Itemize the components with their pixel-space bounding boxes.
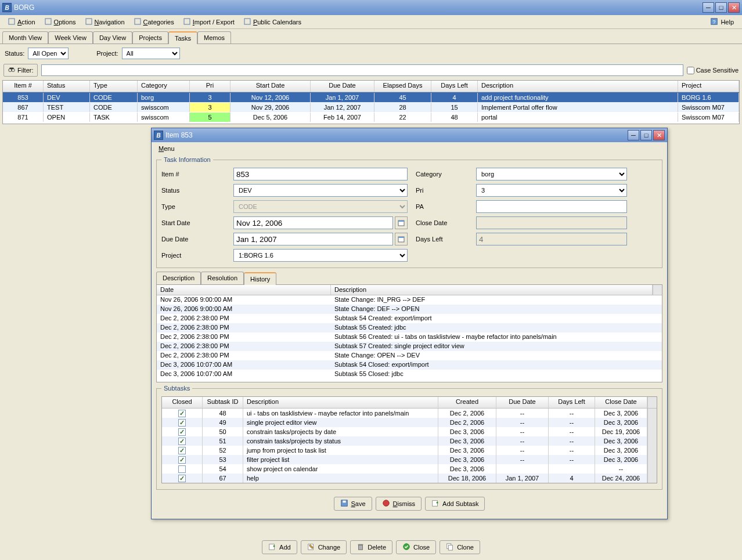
- grid-row[interactable]: 867TESTCODEswisscom3Nov 29, 2006Jan 12, …: [3, 102, 739, 112]
- subtask-closed-checkbox[interactable]: ✓: [178, 438, 186, 445]
- save-button[interactable]: Save: [334, 497, 372, 511]
- tab-month-view[interactable]: Month View: [2, 31, 48, 44]
- start-date-input[interactable]: [233, 216, 393, 229]
- subtask-scrollbar[interactable]: [647, 397, 657, 408]
- dialog-minimize-button[interactable]: ─: [628, 130, 639, 140]
- menu-options[interactable]: Options: [40, 17, 81, 27]
- subtask-col-header[interactable]: Days Left: [549, 397, 595, 408]
- change-button[interactable]: Change: [301, 540, 347, 554]
- project-select-dlg[interactable]: 1:BORG 1.6: [233, 249, 408, 262]
- due-calendar-button[interactable]: [395, 233, 408, 245]
- subtask-row[interactable]: ✓52jump from project to task listDec 3, …: [162, 446, 657, 455]
- menu-navigation[interactable]: Navigation: [81, 17, 129, 27]
- filter-button[interactable]: Filter:: [3, 64, 38, 77]
- menu-icon: [134, 18, 141, 26]
- tab-projects[interactable]: Projects: [132, 31, 168, 44]
- start-calendar-button[interactable]: [395, 216, 408, 229]
- add-button[interactable]: Add: [262, 540, 297, 554]
- history-row[interactable]: Nov 26, 2006 9:00:00 AMState Change: IN_…: [157, 295, 662, 305]
- grid-col-header[interactable]: Start Date: [230, 81, 311, 92]
- subtask-closed-checkbox[interactable]: [178, 465, 186, 473]
- grid-col-header[interactable]: Status: [44, 81, 90, 92]
- grid-col-header[interactable]: Description: [478, 81, 678, 92]
- history-row[interactable]: Nov 26, 2006 9:00:00 AMState Change: DEF…: [157, 305, 662, 314]
- grid-row[interactable]: 871OPENTASKswisscom5Dec 5, 2006Feb 14, 2…: [3, 112, 739, 122]
- history-row[interactable]: Dec 2, 2006 2:38:00 PMSubtask 55 Created…: [157, 323, 662, 333]
- status-select-dlg[interactable]: DEV: [233, 184, 408, 197]
- menu-import-export[interactable]: Import / Export: [179, 17, 239, 27]
- grid-col-header[interactable]: Days Left: [431, 81, 478, 92]
- subtask-row[interactable]: ✓53filter project listDec 3, 2006----Dec…: [162, 455, 657, 464]
- grid-col-header[interactable]: Category: [138, 81, 190, 92]
- grid-col-header[interactable]: Type: [90, 81, 138, 92]
- task-info-legend: Task Information: [161, 156, 213, 163]
- dismiss-button[interactable]: Dismiss: [376, 497, 422, 511]
- grid-col-header[interactable]: Item #: [3, 81, 44, 92]
- history-scrollbar[interactable]: [653, 285, 662, 295]
- close-button[interactable]: ✕: [728, 2, 740, 13]
- grid-col-header[interactable]: Pri: [190, 81, 230, 92]
- menu-public-calendars[interactable]: Public Calendars: [239, 17, 306, 27]
- inner-tab-resolution[interactable]: Resolution: [201, 272, 244, 284]
- svg-rect-1: [45, 19, 51, 24]
- history-row[interactable]: Dec 3, 2006 10:07:00 AMSubtask 55 Closed…: [157, 370, 662, 379]
- grid-col-header[interactable]: Due Date: [311, 81, 374, 92]
- add-subtask-button[interactable]: Add Subtask: [425, 497, 485, 511]
- subtask-col-header[interactable]: Close Date: [595, 397, 647, 408]
- subtask-closed-checkbox[interactable]: ✓: [178, 428, 186, 436]
- subtask-closed-checkbox[interactable]: ✓: [178, 419, 186, 427]
- subtask-row[interactable]: ✓49single project editor viewDec 2, 2006…: [162, 418, 657, 427]
- filter-input[interactable]: [41, 64, 683, 76]
- tab-day-view[interactable]: Day View: [93, 31, 132, 44]
- subtask-closed-checkbox[interactable]: ✓: [178, 410, 186, 417]
- dialog-menu[interactable]: Menu: [155, 143, 664, 154]
- subtask-row[interactable]: ✓48ui - tabs on tasklistview - maybe ref…: [162, 409, 657, 418]
- subtask-closed-checkbox[interactable]: ✓: [178, 456, 186, 464]
- subtask-col-header[interactable]: Created: [438, 397, 496, 408]
- grid-col-header[interactable]: Elapsed Days: [374, 81, 431, 92]
- grid-col-header[interactable]: Project: [678, 81, 739, 92]
- dialog-close-button[interactable]: ✕: [653, 130, 665, 140]
- history-row[interactable]: Dec 2, 2006 2:38:00 PMSubtask 54 Created…: [157, 314, 662, 323]
- project-select[interactable]: All: [122, 48, 180, 59]
- tab-tasks[interactable]: Tasks: [168, 31, 197, 44]
- tab-memos[interactable]: Memos: [197, 31, 231, 44]
- subtask-row[interactable]: ✓51constrain tasks/projects by statusDec…: [162, 436, 657, 446]
- history-col-date[interactable]: Date: [157, 285, 331, 295]
- history-row[interactable]: Dec 3, 2006 10:07:00 AMSubtask 54 Closed…: [157, 360, 662, 370]
- inner-tab-description[interactable]: Description: [156, 272, 201, 284]
- subtask-row[interactable]: 54show project on calendarDec 3, 2006--: [162, 464, 657, 474]
- subtask-closed-checkbox[interactable]: ✓: [178, 475, 186, 482]
- pa-input[interactable]: [476, 200, 627, 213]
- menu-help[interactable]: ? Help: [705, 16, 739, 28]
- maximize-button[interactable]: □: [715, 2, 727, 13]
- subtask-col-header[interactable]: Description: [243, 397, 438, 408]
- history-row[interactable]: Dec 2, 2006 2:38:00 PMState Change: OPEN…: [157, 351, 662, 360]
- subtask-col-header[interactable]: Due Date: [496, 397, 549, 408]
- menu-categories[interactable]: Categories: [129, 17, 179, 27]
- tab-week-view[interactable]: Week View: [48, 31, 93, 44]
- subtask-row[interactable]: ✓50constrain tasks/projects by dateDec 3…: [162, 427, 657, 436]
- case-sensitive-checkbox[interactable]: Case Sensitive: [687, 67, 739, 74]
- dialog-maximize-button[interactable]: □: [640, 130, 652, 140]
- item-input[interactable]: [233, 168, 408, 180]
- subtask-closed-checkbox[interactable]: ✓: [178, 447, 186, 454]
- subtasks-legend: Subtasks: [161, 385, 192, 392]
- close-button-footer[interactable]: Close: [396, 540, 436, 554]
- delete-button[interactable]: Delete: [350, 540, 392, 554]
- history-row[interactable]: Dec 2, 2006 2:38:00 PMSubtask 56 Created…: [157, 333, 662, 342]
- grid-row[interactable]: 853DEVCODEborg3Nov 12, 2006Jan 1, 200745…: [3, 92, 739, 102]
- history-row[interactable]: Dec 2, 2006 2:38:00 PMSubtask 57 Created…: [157, 342, 662, 351]
- minimize-button[interactable]: ─: [703, 2, 714, 13]
- status-select[interactable]: All Open: [28, 48, 69, 59]
- due-date-input[interactable]: [233, 233, 393, 245]
- subtask-row[interactable]: ✓67helpDec 18, 2006Jan 1, 20074Dec 24, 2…: [162, 474, 657, 483]
- category-select[interactable]: borg: [476, 168, 627, 180]
- subtask-col-header[interactable]: Subtask ID: [203, 397, 243, 408]
- clone-button[interactable]: Clone: [440, 540, 480, 554]
- subtask-col-header[interactable]: Closed: [162, 397, 203, 408]
- menu-action[interactable]: Action: [3, 17, 40, 27]
- history-col-desc[interactable]: Description: [331, 285, 653, 295]
- inner-tab-history[interactable]: History: [244, 272, 276, 285]
- pri-select[interactable]: 3: [476, 184, 627, 197]
